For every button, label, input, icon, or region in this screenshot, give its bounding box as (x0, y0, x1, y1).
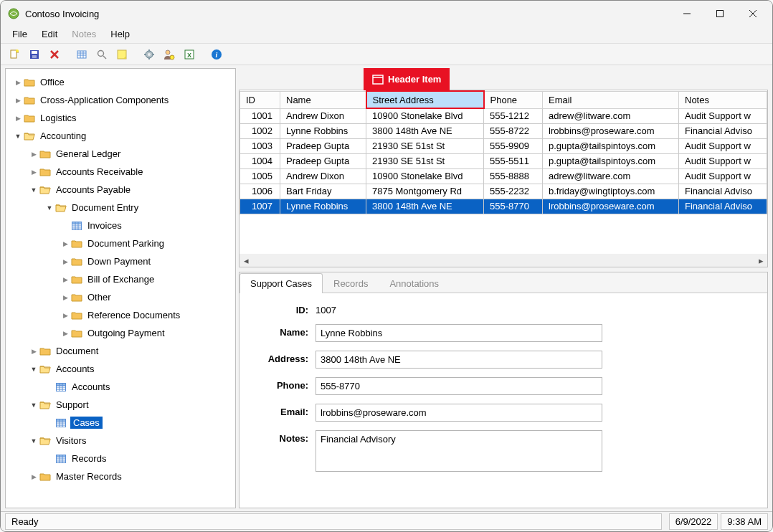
input-phone[interactable] (316, 377, 602, 395)
search-button[interactable] (93, 45, 111, 64)
tree-item-other[interactable]: Other (7, 288, 234, 306)
tab-records[interactable]: Records (323, 273, 379, 293)
table-row[interactable]: 1002Lynne Robbins3800 148th Ave NE555-87… (240, 123, 767, 138)
tab-support-cases[interactable]: Support Cases (240, 273, 323, 293)
cell-id: 1005 (240, 168, 280, 184)
menu-file[interactable]: File (5, 27, 34, 43)
tree-item-invoices[interactable]: Invoices (7, 217, 234, 234)
scroll-left-arrow[interactable]: ◂ (240, 254, 252, 267)
expand-toggle[interactable] (13, 115, 23, 122)
tree-item-cases[interactable]: Cases (7, 414, 234, 432)
tree-item-accounting[interactable]: Accounting (7, 127, 234, 145)
table-row[interactable]: 1006Bart Friday7875 Montgomery Rd555-223… (240, 184, 767, 199)
maximize-button[interactable] (703, 3, 736, 24)
input-name[interactable] (316, 324, 602, 342)
expand-toggle[interactable] (60, 312, 70, 319)
expand-toggle[interactable] (13, 133, 23, 140)
col-header-id[interactable]: ID (240, 91, 280, 108)
col-header-phone[interactable]: Phone (484, 91, 543, 108)
expand-toggle[interactable] (29, 186, 39, 194)
input-notes[interactable] (316, 430, 602, 472)
expand-toggle[interactable] (29, 473, 39, 480)
menu-edit[interactable]: Edit (34, 27, 65, 43)
label-id: ID: (240, 302, 308, 315)
export-excel-button[interactable]: X (180, 45, 199, 64)
expand-toggle[interactable] (60, 276, 70, 283)
table-row[interactable]: 1007Lynne Robbins3800 148th Ave NE555-87… (240, 199, 767, 214)
col-header-street[interactable]: Street Address (366, 91, 484, 108)
tree-item-accounts[interactable]: Accounts (7, 360, 234, 378)
tree-item-bill-of-exchange[interactable]: Bill of Exchange (7, 270, 234, 288)
grid-button[interactable] (72, 45, 91, 64)
tree-item-cross-app[interactable]: Cross-Application Components (7, 91, 234, 109)
cell-street: 10900 Stonelake Blvd (366, 108, 484, 123)
svg-rect-53 (57, 455, 66, 457)
col-header-name[interactable]: Name (280, 91, 366, 108)
expand-toggle[interactable] (29, 437, 39, 445)
expand-toggle[interactable] (29, 366, 39, 373)
input-email[interactable] (316, 404, 602, 422)
tree-scroll[interactable]: OfficeCross-Application ComponentsLogist… (6, 69, 235, 508)
info-button[interactable]: i (207, 45, 226, 64)
close-button[interactable] (736, 3, 769, 24)
tree-item-accounts-receivable[interactable]: Accounts Receivable (7, 163, 234, 181)
expand-toggle[interactable] (29, 168, 39, 176)
tree-item-document-parking[interactable]: Document Parking (7, 234, 234, 252)
settings-button[interactable] (140, 45, 158, 64)
cell-phone: 555-9909 (484, 138, 543, 153)
table-row[interactable]: 1004Pradeep Gupta21930 SE 51st St555-551… (240, 153, 767, 168)
tree-item-label: Document (54, 345, 100, 357)
grid-icon (54, 381, 67, 394)
tree-item-logistics[interactable]: Logistics (7, 109, 234, 127)
tree-item-down-payment[interactable]: Down Payment (7, 252, 234, 270)
col-header-email[interactable]: Email (543, 91, 679, 108)
tree-item-outgoing-payment[interactable]: Outgoing Payment (7, 324, 234, 342)
tree-item-label: Bill of Exchange (86, 273, 156, 285)
grid-horizontal-scrollbar[interactable]: ◂ ▸ (240, 254, 767, 267)
delete-button[interactable] (45, 45, 64, 64)
tree-item-office[interactable]: Office (7, 73, 234, 91)
tree-item-document-entry[interactable]: Document Entry (7, 199, 234, 217)
expand-toggle[interactable] (29, 348, 39, 355)
tree-item-accounts-payable[interactable]: Accounts Payable (7, 181, 234, 199)
cell-name: Lynne Robbins (280, 123, 366, 138)
expand-toggle[interactable] (13, 97, 23, 104)
input-address[interactable] (316, 351, 602, 369)
expand-toggle[interactable] (60, 330, 70, 337)
tree-item-visitors[interactable]: Visitors (7, 432, 234, 450)
save-button[interactable] (25, 45, 44, 64)
col-header-notes[interactable]: Notes (679, 91, 767, 108)
cell-name: Bart Friday (280, 184, 366, 199)
table-row[interactable]: 1003Pradeep Gupta21930 SE 51st St555-990… (240, 138, 767, 153)
expand-toggle[interactable] (60, 240, 70, 247)
svg-point-23 (148, 53, 151, 56)
label-email: Email: (240, 404, 308, 417)
tree-item-reference-documents[interactable]: Reference Documents (7, 306, 234, 324)
cell-phone: 555-8770 (484, 199, 543, 214)
expand-toggle[interactable] (60, 294, 70, 301)
new-button[interactable] (5, 45, 24, 64)
tree-item-master-records[interactable]: Master Records (7, 467, 234, 485)
tab-annotations[interactable]: Annotations (379, 273, 450, 293)
note-button[interactable] (113, 45, 131, 64)
table-row[interactable]: 1005Andrew Dixon10900 Stonelake Blvd555-… (240, 168, 767, 184)
minimize-button[interactable] (670, 3, 703, 24)
expand-toggle[interactable] (44, 204, 54, 212)
menu-notes[interactable]: Notes (65, 27, 103, 43)
tree-item-records[interactable]: Records (7, 450, 234, 467)
cell-street: 21930 SE 51st St (366, 138, 484, 153)
expand-toggle[interactable] (29, 151, 39, 158)
table-row[interactable]: 1001Andrew Dixon10900 Stonelake Blvd555-… (240, 108, 767, 123)
expand-toggle[interactable] (13, 79, 23, 86)
expand-toggle[interactable] (29, 402, 39, 409)
tree-item-document[interactable]: Document (7, 342, 234, 360)
cell-id: 1004 (240, 153, 280, 168)
folder-icon (23, 76, 36, 89)
user-button[interactable] (160, 45, 179, 64)
tree-item-general-ledger[interactable]: General Ledger (7, 145, 234, 163)
tree-item-support[interactable]: Support (7, 396, 234, 414)
expand-toggle[interactable] (60, 258, 70, 265)
tree-item-accounts-leaf[interactable]: Accounts (7, 378, 234, 396)
scroll-right-arrow[interactable]: ▸ (754, 254, 767, 267)
menu-help[interactable]: Help (103, 27, 137, 43)
